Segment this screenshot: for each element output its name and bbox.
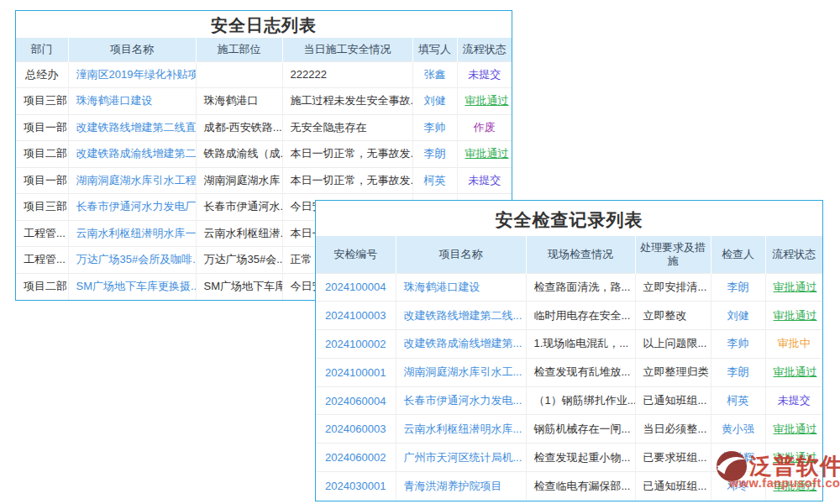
- measure-cell: 立即整理归类: [635, 358, 711, 386]
- safety-check-title: 安全检查记录列表: [316, 201, 822, 236]
- table-row: 总经办 潼南区2019年绿化补贴项... 222222 张鑫 未提交: [16, 61, 512, 88]
- project-link[interactable]: 改建铁路线增建第二线直...: [68, 114, 196, 141]
- part-cell: SM广场地下车库: [196, 273, 282, 300]
- dept-cell: 项目三部: [16, 194, 68, 221]
- inspection-cell: （1）钢筋绑扎作业...: [526, 386, 635, 415]
- table-row: 2024060003 云南水利枢纽潜明水库... 钢筋机械存在一闸... 当日必…: [316, 415, 822, 444]
- dept-cell: 项目一部: [16, 114, 68, 141]
- part-cell: 珠海鹤港口: [196, 88, 282, 115]
- safety-log-header-row: 部门 项目名称 施工部位 当日施工安全情况 填写人 流程状态: [16, 38, 512, 61]
- table-row: 2024100004 珠海鹤港口建设 检查路面清洗，路... 立即安排清... …: [316, 273, 822, 302]
- status-cell[interactable]: 审批通过: [765, 358, 822, 386]
- dept-cell: 项目三部: [16, 88, 68, 115]
- project-link[interactable]: 珠海鹤港口建设: [68, 88, 196, 115]
- status-cell[interactable]: 审批中: [765, 330, 822, 359]
- project-link[interactable]: 广州市天河区统计局机...: [396, 444, 526, 472]
- table-row: 2024060004 长春市伊通河水力发电... （1）钢筋绑扎作业... 已通…: [316, 386, 822, 415]
- safety-check-header-row: 安检编号 项目名称 现场检查情况 处理要求及措施 检查人 流程状态: [316, 236, 822, 273]
- situation-cell: 本日一切正常，无事故发...: [282, 141, 412, 168]
- writer-link[interactable]: 柯英: [412, 167, 457, 194]
- measure-cell: 已通知班组...: [635, 472, 711, 501]
- project-link[interactable]: 湖南洞庭湖水库引水工程...: [68, 167, 196, 194]
- project-link[interactable]: 青海洪湖养护院项目: [396, 472, 526, 501]
- table-row: 2024100002 改建铁路成渝线增建第... 1.现场临电混乱，... 以上…: [316, 330, 822, 359]
- project-link[interactable]: 改建铁路线增建第二线...: [396, 302, 526, 330]
- check-id-link[interactable]: 2024100001: [316, 358, 396, 386]
- status-cell[interactable]: 审批通过: [457, 88, 512, 115]
- situation-cell: 222222: [282, 61, 412, 88]
- inspector-link[interactable]: 胡学辉: [711, 444, 765, 472]
- check-id-link[interactable]: 2024060002: [316, 444, 396, 472]
- inspector-link[interactable]: 李帅: [711, 330, 765, 359]
- situation-cell: 施工过程未发生安全事故...: [282, 88, 412, 115]
- col-header-status: 流程状态: [457, 38, 512, 61]
- safety-check-panel: 安全检查记录列表 安检编号 项目名称 现场检查情况 处理要求及措施 检查人 流程…: [315, 200, 823, 501]
- status-cell[interactable]: 审批通过: [765, 444, 822, 472]
- status-cell[interactable]: 作废: [457, 114, 512, 141]
- inspection-cell: 临时用电存在安全...: [526, 302, 635, 330]
- col-header-part: 施工部位: [196, 38, 282, 61]
- col-header-situation: 当日施工安全情况: [282, 38, 412, 61]
- project-link[interactable]: SM广场地下车库更换摄...: [68, 273, 196, 300]
- inspection-cell: 检查临电有漏保部...: [526, 472, 635, 501]
- inspector-link[interactable]: 柯英: [711, 386, 765, 415]
- check-id-link[interactable]: 2024100003: [316, 302, 396, 330]
- inspection-cell: 1.现场临电混乱，...: [526, 330, 635, 359]
- dept-cell: 工程管...: [16, 220, 68, 247]
- writer-link[interactable]: 李帅: [412, 114, 457, 141]
- table-row: 项目一部 湖南洞庭湖水库引水工程... 湖南洞庭湖水库 本日一切正常，无事故发.…: [16, 167, 512, 194]
- inspector-link[interactable]: 李朗: [711, 358, 765, 386]
- project-link[interactable]: 云南水利枢纽潜明水库...: [396, 415, 526, 444]
- status-cell[interactable]: 审批通过: [765, 472, 822, 501]
- safety-check-table: 安检编号 项目名称 现场检查情况 处理要求及措施 检查人 流程状态 202410…: [316, 236, 822, 500]
- inspector-link[interactable]: 刘健: [711, 302, 765, 330]
- check-id-link[interactable]: 2024060004: [316, 386, 396, 415]
- inspector-link[interactable]: 黄小强: [711, 415, 765, 444]
- inspection-cell: 检查发现起重小物...: [526, 444, 635, 472]
- table-row: 项目二部 改建铁路成渝线增建第二... 铁路成渝线（成... 本日一切正常，无事…: [16, 141, 512, 168]
- check-id-link[interactable]: 2024100002: [316, 330, 396, 359]
- col-header-inspector: 检查人: [711, 236, 765, 273]
- dept-cell: 项目二部: [16, 273, 68, 300]
- check-id-link[interactable]: 2024060003: [316, 415, 396, 444]
- part-cell: 成都-西安铁路...: [196, 114, 282, 141]
- col-header-inspection: 现场检查情况: [526, 236, 635, 273]
- writer-link[interactable]: 张鑫: [412, 61, 457, 88]
- col-header-check-id: 安检编号: [316, 236, 396, 273]
- part-cell: 万达广场35#会...: [196, 247, 282, 274]
- project-link[interactable]: 长春市伊通河水力发电...: [396, 386, 526, 415]
- project-link[interactable]: 改建铁路成渝线增建第...: [396, 330, 526, 359]
- part-cell: 铁路成渝线（成...: [196, 141, 282, 168]
- col-header-status: 流程状态: [765, 236, 822, 273]
- project-link[interactable]: 长春市伊通河水力发电厂...: [68, 194, 196, 221]
- table-row: 项目一部 改建铁路线增建第二线直... 成都-西安铁路... 无安全隐患存在 李…: [16, 114, 512, 141]
- safety-log-title: 安全日志列表: [16, 11, 512, 38]
- status-cell[interactable]: 审批通过: [765, 273, 822, 302]
- col-header-project: 项目名称: [396, 236, 526, 273]
- measure-cell: 立即整改: [635, 302, 711, 330]
- status-cell[interactable]: 审批通过: [765, 415, 822, 444]
- project-link[interactable]: 湖南洞庭湖水库引水工...: [396, 358, 526, 386]
- table-row: 2024030001 青海洪湖养护院项目 检查临电有漏保部... 已通知班组..…: [316, 472, 822, 501]
- dept-cell: 工程管...: [16, 247, 68, 274]
- table-row: 2024100003 改建铁路线增建第二线... 临时用电存在安全... 立即整…: [316, 302, 822, 330]
- check-id-link[interactable]: 2024030001: [316, 472, 396, 501]
- writer-link[interactable]: 刘健: [412, 88, 457, 115]
- project-link[interactable]: 云南水利枢纽潜明水库一...: [68, 220, 196, 247]
- situation-cell: 无安全隐患存在: [282, 114, 412, 141]
- measure-cell: 已要求班组...: [635, 444, 711, 472]
- writer-link[interactable]: 李朗: [412, 141, 457, 168]
- project-link[interactable]: 万达广场35#会所及咖啡...: [68, 247, 196, 274]
- status-cell[interactable]: 未提交: [457, 61, 512, 88]
- check-id-link[interactable]: 2024100004: [316, 273, 396, 302]
- project-link[interactable]: 改建铁路成渝线增建第二...: [68, 141, 196, 168]
- status-cell[interactable]: 审批通过: [765, 302, 822, 330]
- project-link[interactable]: 珠海鹤港口建设: [396, 273, 526, 302]
- inspector-link[interactable]: 邓冬: [711, 472, 765, 501]
- inspector-link[interactable]: 李朗: [711, 273, 765, 302]
- project-link[interactable]: 潼南区2019年绿化补贴项...: [68, 61, 196, 88]
- status-cell[interactable]: 未提交: [457, 167, 512, 194]
- status-cell[interactable]: 未提交: [765, 386, 822, 415]
- col-header-dept: 部门: [16, 38, 68, 61]
- status-cell[interactable]: 审批通过: [457, 141, 512, 168]
